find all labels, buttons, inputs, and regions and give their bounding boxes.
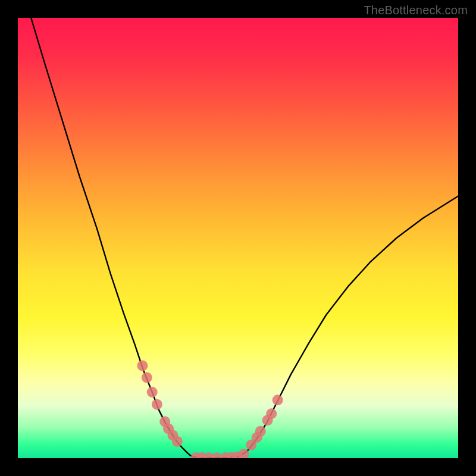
data-marker <box>142 372 152 383</box>
data-marker <box>147 387 158 397</box>
curve-group <box>31 18 458 458</box>
data-marker <box>266 408 277 419</box>
bottleneck-curve-svg <box>18 18 458 458</box>
chart-plot-area <box>18 18 458 458</box>
data-marker <box>152 399 162 410</box>
marker-group <box>137 361 283 458</box>
bottleneck-curve <box>31 18 458 458</box>
data-marker <box>273 394 283 405</box>
data-marker <box>137 361 148 371</box>
chart-frame: TheBottleneck.com <box>0 0 476 476</box>
data-marker <box>172 436 183 447</box>
data-marker <box>255 426 266 437</box>
watermark-text: TheBottleneck.com <box>364 4 468 17</box>
